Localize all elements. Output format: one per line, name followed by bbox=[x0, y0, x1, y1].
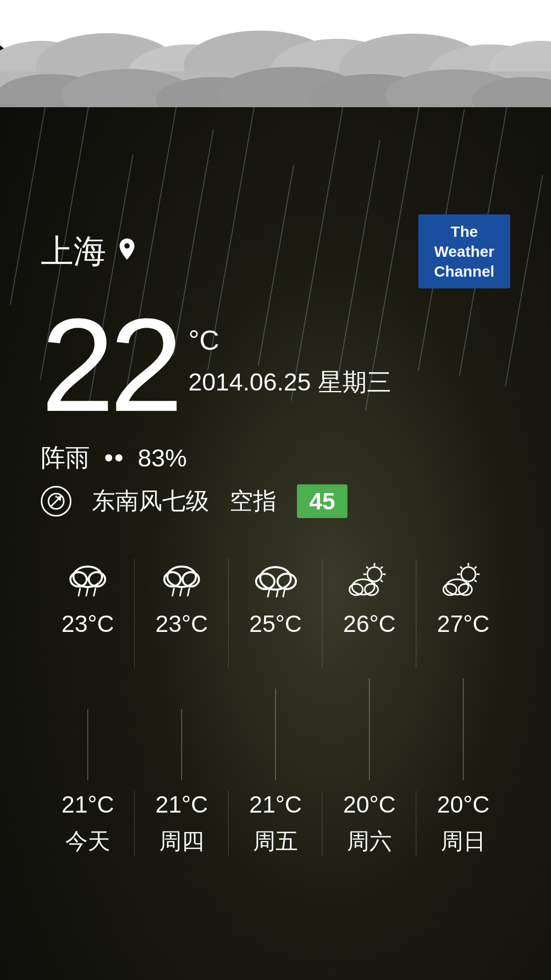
forecast-low-4: 20°C bbox=[437, 791, 490, 818]
svg-line-61 bbox=[460, 567, 462, 569]
svg-line-51 bbox=[381, 580, 383, 582]
forecast-low-item-4: 20°C 周日 bbox=[416, 791, 510, 856]
bar-chart-area bbox=[41, 678, 510, 780]
bar-line-3 bbox=[369, 678, 370, 780]
forecast-low-item-3: 20°C 周六 bbox=[322, 791, 416, 856]
forecast-high-0: 23°C bbox=[62, 610, 114, 638]
bar-line-4 bbox=[463, 678, 464, 780]
forecast-day-4: 周日 bbox=[441, 826, 486, 856]
temperature-value: 22 bbox=[41, 299, 178, 431]
bar-col-2 bbox=[229, 678, 322, 780]
forecast-icon-4 bbox=[438, 559, 489, 600]
svg-point-26 bbox=[73, 567, 102, 587]
wind-description: 东南风七级 bbox=[92, 485, 209, 517]
svg-point-66 bbox=[459, 584, 472, 595]
svg-line-42 bbox=[268, 590, 269, 597]
svg-point-33 bbox=[167, 567, 196, 587]
bar-line-0 bbox=[87, 709, 88, 780]
temperature-row: 22 °C 2014.06.25 星期三 bbox=[41, 299, 510, 431]
city-row: 上海 The Weather Channel bbox=[41, 214, 510, 288]
forecast-section: 23°C 23°C bbox=[41, 559, 510, 949]
weather-condition: 阵雨 bbox=[41, 442, 90, 474]
forecast-low-item-2: 21°C 周五 bbox=[229, 791, 322, 856]
forecast-high-2: 25°C bbox=[249, 610, 302, 638]
forecast-low-item-1: 21°C 周四 bbox=[135, 791, 229, 856]
forecast-low-row: 21°C 今天 21°C 周四 21°C 周五 20°C 周六 20°C 周日 bbox=[41, 791, 510, 856]
forecast-icon-3 bbox=[344, 559, 395, 600]
bar-col-1 bbox=[135, 678, 229, 780]
forecast-low-1: 21°C bbox=[156, 791, 208, 818]
svg-line-30 bbox=[79, 589, 80, 596]
city-name-group: 上海 bbox=[41, 229, 140, 274]
forecast-low-0: 21°C bbox=[62, 791, 114, 818]
forecast-low-2: 21°C bbox=[249, 791, 302, 818]
wind-direction-icon bbox=[41, 486, 71, 517]
svg-line-38 bbox=[188, 589, 189, 596]
bar-col-0 bbox=[41, 678, 135, 780]
forecast-day-1: 周四 bbox=[159, 826, 204, 856]
forecast-item-2: 25°C bbox=[229, 559, 322, 668]
svg-line-36 bbox=[172, 589, 174, 596]
svg-point-56 bbox=[461, 567, 475, 581]
bar-col-3 bbox=[322, 678, 416, 780]
forecast-icon-2 bbox=[250, 559, 301, 600]
bar-line-2 bbox=[275, 689, 276, 780]
location-icon bbox=[114, 236, 140, 266]
svg-line-50 bbox=[366, 567, 368, 569]
bar-line-1 bbox=[181, 709, 182, 780]
aqi-value: 45 bbox=[297, 484, 347, 518]
forecast-icon-1 bbox=[156, 559, 207, 600]
svg-point-39 bbox=[260, 567, 291, 590]
svg-point-53 bbox=[352, 579, 374, 595]
svg-point-64 bbox=[446, 579, 468, 595]
weather-channel-badge: The Weather Channel bbox=[418, 214, 510, 288]
wind-row: 东南风七级 空指 45 bbox=[41, 484, 510, 518]
city-name: 上海 bbox=[41, 229, 106, 274]
bar-col-4 bbox=[416, 678, 510, 780]
temp-unit-date: °C 2014.06.25 星期三 bbox=[178, 299, 391, 399]
svg-line-31 bbox=[86, 589, 88, 596]
forecast-icon-0 bbox=[62, 559, 113, 600]
humidity-dot-1 bbox=[105, 454, 112, 461]
svg-line-32 bbox=[94, 589, 95, 596]
svg-point-55 bbox=[365, 584, 378, 595]
forecast-low-3: 20°C bbox=[343, 791, 396, 818]
aqi-label: 空指 bbox=[230, 485, 277, 517]
svg-point-45 bbox=[367, 567, 382, 581]
humidity-dot-2 bbox=[115, 454, 122, 461]
svg-line-63 bbox=[474, 567, 477, 569]
forecast-item-3: 26°C bbox=[322, 559, 416, 668]
svg-line-52 bbox=[381, 567, 383, 569]
forecast-day-0: 今天 bbox=[65, 826, 110, 856]
humidity-value: 83% bbox=[138, 444, 187, 472]
temperature-unit: °C bbox=[188, 324, 391, 356]
svg-line-62 bbox=[474, 580, 477, 582]
svg-line-44 bbox=[283, 590, 285, 597]
humidity-indicator bbox=[105, 454, 122, 461]
weather-info-row: 阵雨 83% bbox=[41, 442, 510, 474]
svg-line-43 bbox=[277, 590, 278, 597]
forecast-item-1: 23°C bbox=[135, 559, 229, 668]
svg-line-37 bbox=[180, 589, 182, 596]
forecast-high-4: 27°C bbox=[437, 610, 490, 638]
main-content: 上海 The Weather Channel 22 °C 2014.06.25 … bbox=[0, 0, 551, 980]
forecast-item-0: 23°C bbox=[41, 559, 135, 668]
date-display: 2014.06.25 星期三 bbox=[188, 366, 391, 399]
forecast-item-4: 27°C bbox=[416, 559, 510, 668]
forecast-icons-row: 23°C 23°C bbox=[41, 559, 510, 668]
forecast-low-item-0: 21°C 今天 bbox=[41, 791, 135, 856]
forecast-high-3: 26°C bbox=[343, 610, 396, 638]
forecast-day-3: 周六 bbox=[347, 826, 392, 856]
forecast-day-2: 周五 bbox=[253, 826, 298, 856]
forecast-high-1: 23°C bbox=[156, 610, 208, 638]
